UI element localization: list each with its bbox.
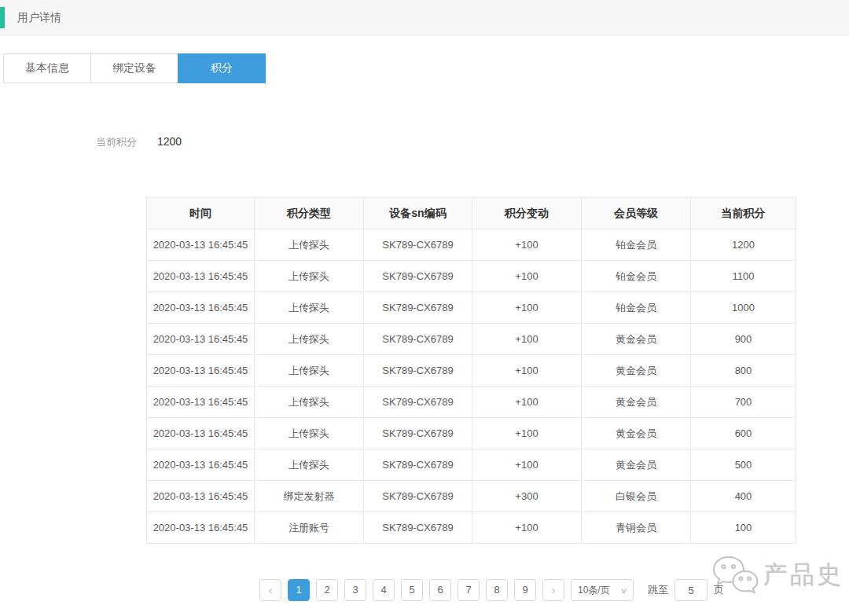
column-header: 积分类型: [255, 198, 364, 229]
pagination: ‹ 123456789 › 10条/页 ∨ 跳至 页: [259, 579, 724, 601]
page-header: 用户详情: [0, 0, 849, 35]
page-title: 用户详情: [17, 0, 61, 35]
prev-page-button[interactable]: ‹: [259, 579, 281, 601]
column-header: 会员等级: [582, 198, 691, 229]
table-row: 2020-03-13 16:45:45上传探头SK789-CX6789+100黄…: [147, 449, 796, 481]
accent-bar: [0, 7, 5, 28]
table-cell: 黄金会员: [582, 418, 691, 449]
page-button-9[interactable]: 9: [514, 579, 536, 601]
next-page-button[interactable]: ›: [542, 579, 564, 601]
table-cell: SK789-CX6789: [364, 324, 472, 355]
tab-bar: 基本信息 绑定设备 积分: [3, 53, 266, 83]
table-header-row: 时间积分类型设备sn编码积分变动会员等级当前积分: [147, 198, 796, 229]
table-cell: SK789-CX6789: [364, 387, 472, 418]
table-cell: 铂金会员: [582, 292, 691, 324]
table-cell: 2020-03-13 16:45:45: [147, 449, 255, 481]
table-cell: +100: [472, 387, 582, 418]
table-row: 2020-03-13 16:45:45注册账号SK789-CX6789+100青…: [147, 512, 796, 544]
table-cell: 1200: [691, 229, 796, 261]
table-cell: +100: [472, 229, 582, 261]
pagination-pages: 123456789: [288, 579, 542, 601]
watermark: 产品史: [710, 553, 843, 597]
table-cell: 上传探头: [255, 324, 364, 355]
table-cell: 青铜会员: [582, 512, 691, 544]
table-row: 2020-03-13 16:45:45上传探头SK789-CX6789+100黄…: [147, 355, 796, 387]
table-cell: 上传探头: [255, 418, 364, 449]
table-cell: +100: [472, 355, 582, 387]
table-cell: 上传探头: [255, 387, 364, 418]
column-header: 积分变动: [472, 198, 582, 229]
table-cell: +100: [472, 324, 582, 355]
table-cell: SK789-CX6789: [364, 261, 472, 292]
table-cell: SK789-CX6789: [364, 355, 472, 387]
table-cell: SK789-CX6789: [364, 481, 472, 512]
table-row: 2020-03-13 16:45:45上传探头SK789-CX6789+100黄…: [147, 418, 796, 449]
wechat-icon: [710, 553, 760, 597]
table-row: 2020-03-13 16:45:45上传探头SK789-CX6789+100铂…: [147, 292, 796, 324]
watermark-text: 产品史: [763, 559, 843, 592]
page-button-1[interactable]: 1: [288, 579, 310, 601]
table-cell: SK789-CX6789: [364, 512, 472, 544]
tab-basic-info[interactable]: 基本信息: [3, 53, 91, 83]
page-size-select[interactable]: 10条/页 ∨: [571, 579, 634, 601]
jump-page-input[interactable]: [674, 579, 708, 601]
points-table-body: 2020-03-13 16:45:45上传探头SK789-CX6789+100铂…: [147, 229, 796, 544]
table-cell: 500: [691, 449, 796, 481]
table-cell: SK789-CX6789: [364, 229, 472, 261]
table-cell: 注册账号: [255, 512, 364, 544]
chevron-left-icon: ‹: [269, 583, 273, 596]
page-button-3[interactable]: 3: [344, 579, 366, 601]
table-cell: 2020-03-13 16:45:45: [147, 512, 255, 544]
page-button-6[interactable]: 6: [429, 579, 451, 601]
chevron-right-icon: ›: [552, 583, 556, 596]
column-header: 设备sn编码: [364, 198, 472, 229]
page-button-5[interactable]: 5: [401, 579, 423, 601]
table-cell: +100: [472, 512, 582, 544]
table-cell: 上传探头: [255, 261, 364, 292]
table-cell: 上传探头: [255, 449, 364, 481]
table-row: 2020-03-13 16:45:45上传探头SK789-CX6789+100铂…: [147, 229, 796, 261]
table-cell: 绑定发射器: [255, 481, 364, 512]
tab-bound-devices[interactable]: 绑定设备: [90, 53, 178, 83]
table-row: 2020-03-13 16:45:45绑定发射器SK789-CX6789+300…: [147, 481, 796, 512]
page-button-4[interactable]: 4: [373, 579, 395, 601]
table-cell: 铂金会员: [582, 229, 691, 261]
column-header: 当前积分: [691, 198, 796, 229]
chevron-down-icon: ∨: [619, 586, 627, 595]
table-cell: 2020-03-13 16:45:45: [147, 418, 255, 449]
page-button-2[interactable]: 2: [316, 579, 338, 601]
table-row: 2020-03-13 16:45:45上传探头SK789-CX6789+100黄…: [147, 387, 796, 418]
jump-label: 跳至: [648, 583, 668, 597]
table-cell: 700: [691, 387, 796, 418]
column-header: 时间: [147, 198, 255, 229]
table-cell: +100: [472, 292, 582, 324]
table-cell: +100: [472, 418, 582, 449]
current-points-summary: 当前积分1200: [96, 135, 182, 149]
table-cell: 400: [691, 481, 796, 512]
tab-points[interactable]: 积分: [178, 53, 266, 83]
table-cell: SK789-CX6789: [364, 449, 472, 481]
table-cell: 2020-03-13 16:45:45: [147, 387, 255, 418]
points-table: 时间积分类型设备sn编码积分变动会员等级当前积分 2020-03-13 16:4…: [146, 197, 796, 544]
table-cell: 800: [691, 355, 796, 387]
table-cell: 黄金会员: [582, 324, 691, 355]
table-cell: SK789-CX6789: [364, 418, 472, 449]
user-detail-page: 用户详情 基本信息 绑定设备 积分 当前积分1200 时间积分类型设备sn编码积…: [0, 0, 849, 616]
page-button-7[interactable]: 7: [458, 579, 480, 601]
table-cell: 上传探头: [255, 292, 364, 324]
table-cell: 2020-03-13 16:45:45: [147, 261, 255, 292]
table-cell: 黄金会员: [582, 355, 691, 387]
table-cell: +300: [472, 481, 582, 512]
current-points-label: 当前积分: [96, 136, 137, 148]
table-cell: +100: [472, 449, 582, 481]
table-cell: 黄金会员: [582, 449, 691, 481]
table-cell: 1000: [691, 292, 796, 324]
table-cell: 上传探头: [255, 229, 364, 261]
current-points-value: 1200: [157, 135, 182, 148]
table-cell: 2020-03-13 16:45:45: [147, 229, 255, 261]
page-button-8[interactable]: 8: [486, 579, 508, 601]
table-cell: 2020-03-13 16:45:45: [147, 324, 255, 355]
table-cell: 2020-03-13 16:45:45: [147, 481, 255, 512]
table-row: 2020-03-13 16:45:45上传探头SK789-CX6789+100黄…: [147, 324, 796, 355]
table-cell: 2020-03-13 16:45:45: [147, 355, 255, 387]
